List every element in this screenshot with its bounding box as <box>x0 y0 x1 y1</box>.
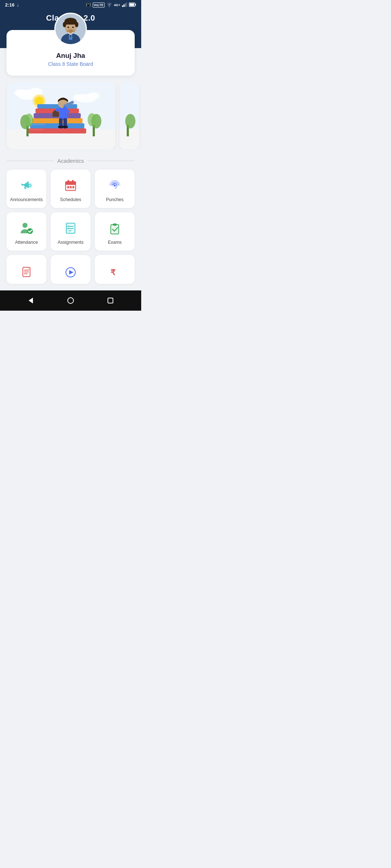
svg-rect-64 <box>66 182 76 185</box>
svg-rect-1 <box>123 4 125 7</box>
wifi-icon <box>106 3 112 8</box>
punches-icon <box>107 178 123 193</box>
banner-card-main[interactable] <box>7 82 115 149</box>
svg-point-53 <box>62 125 68 128</box>
svg-point-71 <box>22 223 28 228</box>
home-button[interactable] <box>65 295 76 306</box>
svg-point-20 <box>70 29 71 30</box>
schedules-item[interactable]: Schedules <box>51 170 91 208</box>
schedules-label: Schedules <box>60 197 81 202</box>
svg-point-24 <box>14 89 28 97</box>
svg-point-17 <box>67 26 69 28</box>
svg-rect-57 <box>119 129 139 149</box>
assignments-item[interactable]: Assignments <box>51 212 91 251</box>
svg-text:₹: ₹ <box>110 268 116 277</box>
svg-point-18 <box>72 26 74 28</box>
back-button[interactable] <box>25 295 37 306</box>
assignments-label: Assignments <box>58 240 84 245</box>
reports-item[interactable] <box>7 255 46 284</box>
svg-point-70 <box>114 184 116 187</box>
svg-point-41 <box>25 114 33 127</box>
exams-icon <box>107 220 123 236</box>
status-right: 📳 VoLTE 4G+ <box>86 3 136 8</box>
svg-rect-37 <box>29 129 43 130</box>
battery-icon <box>129 3 136 8</box>
signal-bars-icon <box>122 3 127 8</box>
attendance-item[interactable]: Attendance <box>7 212 46 251</box>
attendance-icon <box>18 220 34 236</box>
time: 2:16 <box>5 2 14 8</box>
section-title-academics: Academics <box>57 158 84 164</box>
svg-rect-78 <box>111 225 119 234</box>
svg-rect-87 <box>108 298 113 303</box>
recents-button[interactable] <box>105 295 116 306</box>
media-item[interactable] <box>51 255 91 284</box>
exams-label: Exams <box>108 240 122 245</box>
svg-point-16 <box>75 22 78 27</box>
svg-rect-0 <box>122 5 123 7</box>
announcements-label: Announcements <box>10 197 43 202</box>
profile-class: Class 8 State Board <box>14 61 127 67</box>
announcements-icon <box>18 178 34 193</box>
svg-rect-2 <box>125 3 126 7</box>
exams-item[interactable]: Exams <box>95 212 135 251</box>
banner-section <box>0 82 141 149</box>
svg-point-72 <box>27 228 33 234</box>
status-bar: 2:16 ↓ 📳 VoLTE 4G+ <box>0 0 141 10</box>
svg-rect-67 <box>67 186 69 188</box>
svg-rect-55 <box>56 109 60 111</box>
attendance-label: Attendance <box>15 240 38 245</box>
svg-rect-47 <box>52 112 59 117</box>
download-icon: ↓ <box>17 2 19 8</box>
svg-point-86 <box>68 298 73 303</box>
svg-rect-3 <box>126 3 127 7</box>
academics-section-header: Academics <box>7 158 135 164</box>
academics-grid-row1: Announcements Schedules <box>0 170 141 208</box>
svg-rect-36 <box>37 104 77 109</box>
punches-item[interactable]: Punches <box>95 170 135 208</box>
signal-icon: 4G+ <box>114 3 120 7</box>
svg-marker-85 <box>29 298 33 303</box>
svg-point-15 <box>63 22 66 27</box>
svg-rect-80 <box>113 224 117 226</box>
svg-rect-6 <box>130 3 134 6</box>
svg-point-65 <box>68 180 70 182</box>
volte-icon: VoLTE <box>93 3 105 8</box>
svg-rect-33 <box>32 118 83 123</box>
avatar <box>54 13 87 45</box>
punches-label: Punches <box>106 197 124 202</box>
svg-rect-38 <box>31 124 45 125</box>
svg-point-59 <box>125 114 135 128</box>
svg-point-44 <box>88 113 96 126</box>
svg-rect-68 <box>70 186 72 188</box>
announcements-item[interactable]: Announcements <box>7 170 46 208</box>
svg-point-29 <box>35 97 43 105</box>
banner-card-secondary[interactable] <box>119 82 139 149</box>
schedules-icon <box>63 178 79 193</box>
profile-card: Anuj Jha Class 8 State Board <box>7 30 135 76</box>
svg-point-26 <box>87 92 100 99</box>
bottom-navigation <box>0 290 141 311</box>
profile-name: Anuj Jha <box>14 52 127 60</box>
svg-point-60 <box>29 184 31 187</box>
assignments-icon <box>63 220 79 236</box>
fees-item[interactable]: ₹ <box>95 255 135 284</box>
vibrate-icon: 📳 <box>86 3 91 7</box>
svg-marker-83 <box>69 270 73 275</box>
academics-grid-row2: Attendance Assignments <box>0 212 141 251</box>
svg-rect-14 <box>64 21 77 25</box>
section-line-right <box>88 161 135 161</box>
academics-grid-row3: ₹ <box>0 251 141 284</box>
section-line-left <box>7 161 54 161</box>
status-left: 2:16 ↓ <box>5 2 19 8</box>
avatar-wrapper <box>54 13 87 45</box>
svg-rect-69 <box>72 186 74 188</box>
svg-point-66 <box>72 180 74 182</box>
svg-rect-5 <box>135 4 136 5</box>
svg-point-27 <box>73 94 85 101</box>
